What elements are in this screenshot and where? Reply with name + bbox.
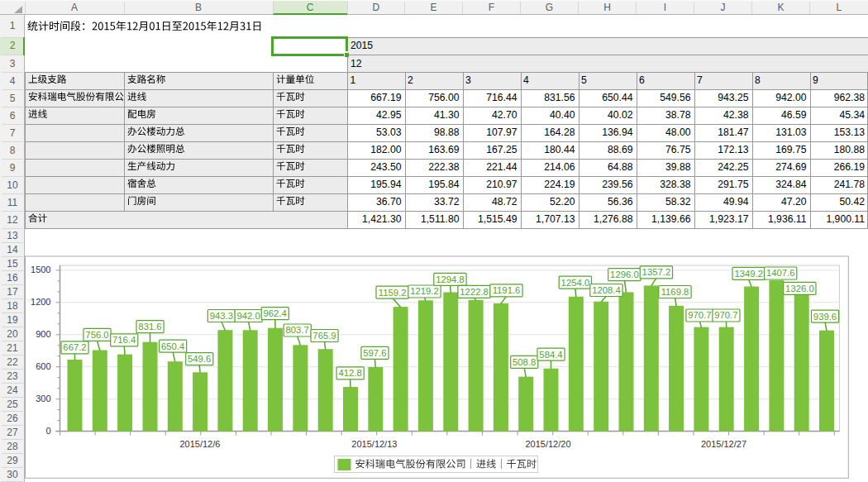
svg-text:765.9: 765.9: [312, 331, 336, 341]
svg-text:970.7: 970.7: [688, 310, 711, 320]
svg-text:942.0: 942.0: [236, 311, 260, 321]
svg-text:300: 300: [36, 394, 50, 403]
svg-text:1296.0: 1296.0: [610, 270, 639, 279]
svg-text:650.4: 650.4: [161, 341, 184, 351]
svg-text:1222.8: 1222.8: [460, 287, 489, 297]
svg-text:1407.6: 1407.6: [766, 268, 795, 278]
svg-text:939.6: 939.6: [813, 312, 837, 322]
svg-text:2015/12/6: 2015/12/6: [179, 439, 220, 449]
svg-text:584.4: 584.4: [539, 350, 562, 360]
svg-text:1191.6: 1191.6: [493, 285, 521, 295]
svg-text:412.8: 412.8: [338, 368, 361, 378]
svg-text:597.6: 597.6: [363, 348, 386, 358]
svg-text:0: 0: [45, 426, 50, 436]
svg-text:1159.2: 1159.2: [379, 288, 407, 298]
svg-text:1357.2: 1357.2: [642, 267, 671, 277]
svg-text:2015/12/13: 2015/12/13: [351, 439, 397, 449]
svg-text:600: 600: [36, 361, 50, 371]
svg-text:1326.0: 1326.0: [785, 284, 814, 293]
svg-text:962.4: 962.4: [264, 308, 287, 318]
svg-text:831.6: 831.6: [138, 322, 161, 332]
svg-text:943.3: 943.3: [210, 311, 233, 321]
svg-text:1349.2: 1349.2: [734, 269, 763, 279]
svg-text:1500: 1500: [31, 265, 50, 274]
svg-text:1208.4: 1208.4: [592, 285, 621, 295]
svg-text:803.7: 803.7: [286, 325, 309, 335]
svg-text:508.8: 508.8: [513, 357, 536, 367]
svg-text:1219.2: 1219.2: [410, 286, 439, 296]
svg-text:1254.0: 1254.0: [561, 278, 590, 288]
svg-text:970.7: 970.7: [714, 310, 737, 320]
svg-text:1294.8: 1294.8: [436, 274, 465, 284]
svg-text:2015/12/27: 2015/12/27: [701, 439, 746, 449]
svg-text:756.0: 756.0: [85, 330, 108, 340]
svg-text:1169.8: 1169.8: [661, 287, 689, 297]
svg-text:667.2: 667.2: [63, 342, 86, 352]
svg-text:1200: 1200: [31, 297, 50, 307]
svg-text:716.4: 716.4: [112, 335, 136, 345]
svg-text:900: 900: [36, 329, 50, 339]
svg-text:549.6: 549.6: [188, 354, 211, 364]
svg-text:2015/12/20: 2015/12/20: [525, 439, 570, 449]
